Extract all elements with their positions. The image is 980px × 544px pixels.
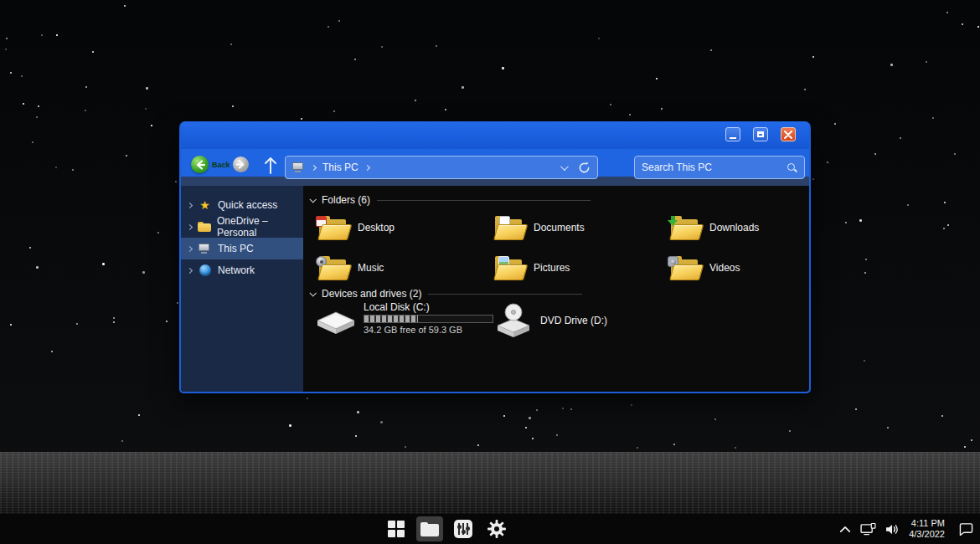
back-button-label: Back [212,161,230,169]
explorer-toolbar: Back This PC [181,149,809,186]
navigation-pane: ★ Quick access OneDrive – Personal This … [181,186,303,392]
close-button[interactable] [781,127,796,141]
folder-label: Videos [709,262,740,274]
videos-folder-icon [668,255,701,281]
breadcrumb-this-pc[interactable]: This PC [322,162,358,173]
folder-label: Downloads [709,222,759,234]
forward-arrow-icon [236,160,245,169]
folder-label: Music [358,262,384,274]
folder-item-videos[interactable]: Videos [668,248,809,288]
folder-item-desktop[interactable]: Desktop [316,208,492,248]
collapse-chevron-icon[interactable] [309,196,316,203]
search-input[interactable] [642,162,787,173]
file-explorer-window: Back This PC [179,121,811,393]
forward-button[interactable] [233,157,249,172]
desktop-folder-icon [316,215,349,241]
start-button[interactable] [383,516,410,541]
back-button[interactable]: Back [191,156,230,173]
pictures-folder-icon [492,255,525,281]
sidebar-item-label: Network [218,264,255,276]
folder-item-music[interactable]: Music [316,248,492,288]
folder-icon [420,522,439,536]
folder-item-pictures[interactable]: Pictures [492,248,668,288]
music-folder-icon [316,255,349,281]
computer-icon [199,244,211,254]
folder-label: Desktop [358,222,395,234]
section-title: Devices and drives (2) [322,288,421,300]
taskbar-center-buttons [383,516,510,541]
back-arrow-icon [191,156,209,173]
sidebar-item-label: Quick access [218,199,277,211]
clock-time: 4:11 PM [909,518,945,529]
maximize-icon [757,131,764,137]
up-button[interactable] [263,156,278,179]
section-divider [428,294,582,295]
taskbar-clock[interactable]: 4:11 PM 4/3/2022 [909,518,945,540]
clock-date: 4/3/2022 [909,529,945,540]
address-dropdown-icon[interactable] [560,162,569,171]
desktop-wallpaper-ground [0,452,980,514]
address-bar-actions [560,162,591,174]
folder-item-documents[interactable]: Documents [492,208,668,248]
drive-item-dvd[interactable]: DVD Drive (D:) [494,303,607,338]
devices-section-header[interactable]: Devices and drives (2) [310,288,582,300]
downloads-folder-icon [668,215,701,241]
expand-chevron-icon[interactable] [187,223,193,229]
system-tray: 4:11 PM 4/3/2022 [839,518,973,540]
screen: Back This PC [0,0,980,544]
drive-item-local-disk[interactable]: Local Disk (C:) 34.2 GB free of 59.3 GB [316,301,493,336]
sidebar-item-onedrive[interactable]: OneDrive – Personal [181,216,303,238]
minimize-icon [730,137,736,139]
refresh-icon[interactable] [578,162,591,174]
breadcrumb-chevron-icon [311,164,317,170]
explorer-body: ★ Quick access OneDrive – Personal This … [181,186,809,392]
window-titlebar[interactable] [181,121,809,149]
disk-usage-bar [364,315,493,323]
breadcrumb-chevron-icon [364,164,370,170]
sidebar-item-label: This PC [218,243,254,254]
drive-label: Local Disk (C:) [364,301,493,313]
network-globe-icon [199,264,211,276]
star-icon: ★ [199,199,210,211]
dvd-drive-icon [494,303,533,338]
this-pc-icon [292,162,305,172]
expand-chevron-icon[interactable] [187,202,193,208]
disk-usage-fill [364,316,418,322]
sliders-icon [454,520,472,538]
settings-taskbar-button[interactable] [483,516,510,541]
windows-start-icon [388,521,405,537]
onedrive-folder-icon [198,222,211,232]
disk-free-space: 34.2 GB free of 59.3 GB [364,325,493,335]
search-box[interactable] [634,156,805,179]
tray-chevron-up-icon[interactable] [839,526,851,533]
folder-label: Pictures [534,262,570,274]
sidebar-item-quick-access[interactable]: ★ Quick access [181,194,303,216]
documents-folder-icon [492,215,525,241]
sidebar-item-this-pc[interactable]: This PC [181,238,303,259]
sidebar-item-label: OneDrive – Personal [217,215,303,239]
collapse-chevron-icon[interactable] [309,290,316,296]
folders-section-header[interactable]: Folders (6) [310,194,591,206]
taskbar: 4:11 PM 4/3/2022 [0,514,980,544]
speaker-icon[interactable] [885,523,900,536]
drive-label: DVD Drive (D:) [540,315,607,326]
search-icon [787,162,797,173]
expand-chevron-icon[interactable] [187,267,193,273]
file-explorer-taskbar-button[interactable] [416,516,443,541]
maximize-button[interactable] [753,127,768,141]
minimize-button[interactable] [725,127,740,141]
address-bar[interactable]: This PC [285,156,598,179]
folder-item-downloads[interactable]: Downloads [668,208,809,248]
folders-grid: Desktop Documents Downloads Music [316,208,809,288]
section-divider [377,200,591,201]
mixer-taskbar-button[interactable] [450,516,477,541]
disk-details: Local Disk (C:) 34.2 GB free of 59.3 GB [364,301,493,336]
sidebar-item-network[interactable]: Network [181,259,303,281]
folder-label: Documents [534,222,585,234]
gear-icon [487,519,507,539]
network-icon[interactable] [860,523,876,536]
hard-disk-icon [316,306,356,336]
section-title: Folders (6) [322,194,370,206]
expand-chevron-icon[interactable] [187,245,193,251]
notification-bubble-icon[interactable] [959,522,973,536]
